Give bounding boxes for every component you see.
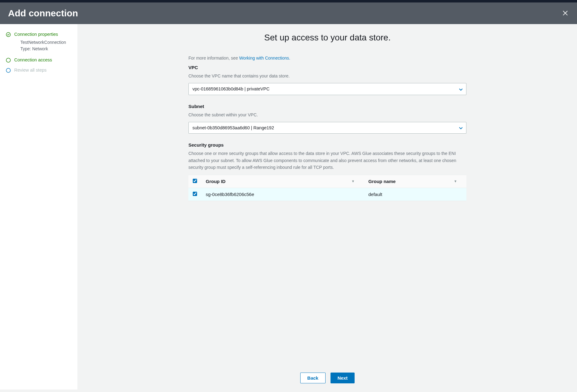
select-all-checkbox[interactable] [193,179,197,183]
step-label: Connection properties [14,31,58,37]
sort-caret-icon: ▼ [454,179,457,183]
column-group-id[interactable]: Group ID ▼ [201,175,364,188]
next-button[interactable]: Next [331,373,355,383]
info-text: For more information, see Working with C… [188,56,466,60]
svg-point-2 [6,68,11,73]
svg-point-1 [6,58,11,62]
step-review-all[interactable]: Review all steps [6,67,72,73]
table-row[interactable]: sg-0ce8b36fb6206c56e default [188,188,466,201]
step-details: TestNetworkConnection Type: Network [20,39,72,52]
vpc-field: VPC Choose the VPC name that contains yo… [188,65,466,95]
sort-caret-icon: ▼ [352,179,355,183]
subnet-select[interactable]: subnet-0b350d86953aa6d60 | Range192 [188,122,466,134]
info-link[interactable]: Working with Connections. [239,56,290,60]
security-groups-description: Choose one or more security groups that … [188,150,466,171]
page-title: Set up access to your data store. [188,33,466,43]
close-icon[interactable] [562,9,569,18]
security-groups-label: Security groups [188,142,466,148]
row-checkbox[interactable] [193,192,197,196]
subnet-label: Subnet [188,104,466,109]
back-button[interactable]: Back [300,373,326,383]
vpc-select[interactable]: vpc-01685961063b0d84b | privateVPC [188,83,466,95]
circle-icon [6,68,11,73]
subnet-description: Choose the subnet within your VPC. [188,111,466,118]
cell-group-id: sg-0ce8b36fb6206c56e [201,188,364,201]
select-all-header [188,175,201,188]
column-group-name[interactable]: Group name ▼ [364,175,466,188]
step-connection-properties[interactable]: Connection properties [6,31,72,37]
vpc-description: Choose the VPC name that contains your d… [188,73,466,79]
security-groups-field: Security groups Choose one or more secur… [188,142,466,201]
top-bar [0,0,577,2]
subnet-field: Subnet Choose the subnet within your VPC… [188,104,466,134]
main-content: Set up access to your data store. For mo… [78,24,577,390]
wizard-footer: Back Next [88,365,567,390]
step-label: Connection access [14,57,52,63]
svg-point-0 [6,32,11,37]
modal-title: Add connection [8,8,78,19]
modal-header: Add connection [0,2,577,24]
circle-icon [6,57,11,63]
step-connection-access[interactable]: Connection access [6,57,72,63]
vpc-label: VPC [188,65,466,70]
cell-group-name: default [364,188,466,201]
wizard-sidebar: Connection properties TestNetworkConnect… [0,24,78,390]
connection-name: TestNetworkConnection [20,39,72,46]
check-circle-icon [6,32,11,37]
connection-type: Type: Network [20,46,72,52]
security-groups-table: Group ID ▼ Group name ▼ [188,175,466,201]
step-label: Review all steps [14,67,47,73]
